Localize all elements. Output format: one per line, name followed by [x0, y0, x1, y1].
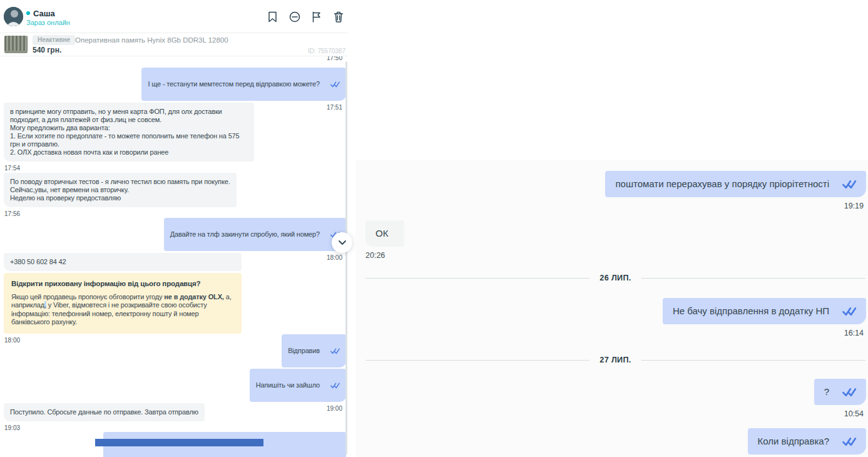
message-text: Відправив	[288, 347, 320, 355]
message-incoming-phone: +380 50 602 84 42	[4, 253, 242, 271]
message-outgoing: ? 10:54	[814, 379, 866, 418]
contact-status: Зараз онлайн	[26, 19, 70, 26]
chevron-down-icon	[338, 238, 347, 247]
product-price: 540 грн.	[33, 46, 61, 54]
message-timestamp: 18:00	[4, 337, 242, 344]
message-timestamp: 17:51	[327, 104, 342, 111]
read-check-icon	[330, 374, 340, 397]
message-incoming: в принципе могу отправить, но у меня кар…	[4, 103, 254, 172]
message-text: поштомати перерахував у порядку пріоріте…	[615, 179, 829, 189]
scrollbar-thumb[interactable]	[345, 61, 347, 454]
message-text: І ще - тестанути мемтестом перед відправ…	[148, 80, 320, 88]
message-text: ?	[824, 387, 829, 397]
message-timestamp: 10:54	[844, 409, 864, 418]
message-text: +380 50 602 84 42	[4, 253, 242, 271]
read-check-icon	[842, 179, 856, 189]
message-timestamp: 20:26	[365, 251, 404, 260]
date-label: 26 ЛИП.	[600, 274, 631, 282]
date-label: 27 ЛИП.	[600, 356, 631, 364]
message-timestamp: 17:56	[4, 210, 237, 217]
product-id: ID: 75570387	[308, 48, 345, 54]
message-text: Напишіть чи зайшло	[256, 381, 320, 389]
read-check-icon	[842, 306, 856, 316]
scroll-to-bottom-button[interactable]	[332, 232, 352, 253]
delete-trash-icon[interactable]	[332, 11, 344, 23]
safety-warning-message: Відкрити приховану інформацію від цього …	[4, 273, 242, 344]
date-divider: 27 ЛИП.	[365, 356, 865, 364]
person-icon	[4, 7, 23, 26]
message-text: По поводу вторичных тестов - я лично тес…	[4, 173, 237, 207]
read-check-icon	[330, 339, 340, 362]
chat-panel-right: поштомати перерахував у порядку пріоріте…	[355, 0, 868, 457]
report-flag-icon[interactable]	[310, 11, 322, 23]
message-outgoing: Коли відправка?	[748, 428, 866, 454]
read-check-icon	[842, 387, 856, 397]
message-timestamp: 18:00	[327, 254, 342, 261]
message-incoming: ОК 20:26	[365, 220, 404, 260]
chat-panel-left: Саша Зараз онлайн Неактивне Оперативная …	[0, 0, 348, 457]
warning-body: Якщо цей продавець пропонує обговорити у…	[11, 293, 234, 327]
message-text: в принципе могу отправить, но у меня кар…	[4, 103, 254, 162]
message-list-left: 17:50 І ще - тестанути мемтестом перед в…	[0, 56, 348, 457]
avatar[interactable]	[4, 7, 23, 26]
product-title: Оперативная память Hynix 8Gb DDR3L 12800	[75, 36, 228, 44]
read-check-icon	[330, 73, 340, 96]
date-divider: 26 ЛИП.	[365, 274, 865, 282]
message-timestamp: 16:14	[844, 329, 864, 337]
message-text: ОК	[365, 220, 404, 247]
redaction-overlay	[95, 439, 263, 446]
message-timestamp: 19:03	[4, 424, 205, 431]
bookmark-icon[interactable]	[267, 11, 278, 23]
block-icon[interactable]	[288, 11, 300, 23]
message-list-right: поштомати перерахував у порядку пріоріте…	[355, 160, 868, 457]
message-outgoing: поштомати перерахував у порядку пріоріте…	[605, 171, 866, 210]
message-outgoing: Напишіть чи зайшло 19:00	[250, 369, 346, 412]
product-status-badge: Неактивне	[33, 35, 75, 45]
product-thumbnail	[4, 36, 28, 53]
contact-name: Саша	[26, 9, 55, 18]
warning-title: Відкрити приховану інформацію від цього …	[11, 280, 234, 289]
message-text: Коли відправка?	[758, 436, 829, 446]
read-check-icon	[842, 436, 856, 446]
message-timestamp: 17:54	[4, 165, 254, 172]
chat-header: Саша Зараз онлайн	[0, 0, 348, 33]
message-incoming: Поступило. Сбросьте данные по отправке. …	[4, 403, 205, 431]
message-text: Поступило. Сбросьте данные по отправке. …	[4, 403, 205, 421]
message-incoming: По поводу вторичных тестов - я лично тес…	[4, 173, 237, 217]
message-timestamp: 19:00	[327, 405, 342, 412]
product-bar[interactable]: Неактивне Оперативная память Hynix 8Gb D…	[0, 33, 348, 56]
message-outgoing: Не бачу відправлення в додатку НП 16:14	[663, 298, 866, 337]
message-text: Давайте на тлф закинути спробую, який но…	[170, 230, 320, 239]
online-status-dot	[26, 11, 30, 15]
header-actions	[267, 11, 344, 23]
message-timestamp: 19:19	[844, 202, 864, 210]
message-text: Не бачу відправлення в додатку НП	[673, 306, 829, 316]
